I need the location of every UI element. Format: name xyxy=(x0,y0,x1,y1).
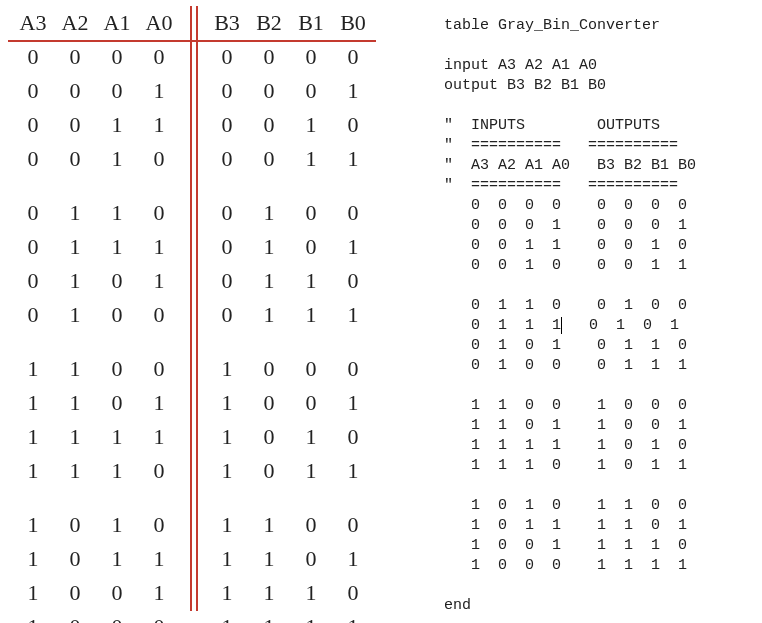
table-cell: 1 xyxy=(332,230,374,264)
header-rule xyxy=(8,40,376,42)
code-line xyxy=(444,276,754,296)
table-cell: 1 xyxy=(54,454,96,488)
table-cell: 0 xyxy=(54,542,96,576)
table-cell: 1 xyxy=(332,610,374,623)
code-line: 1 1 0 0 1 0 0 0 xyxy=(444,396,754,416)
code-line xyxy=(444,576,754,596)
table-cell: 0 xyxy=(248,40,290,74)
table-row: 00110010 xyxy=(8,108,388,142)
table-cell: 0 xyxy=(54,508,96,542)
table-cell: 0 xyxy=(206,230,248,264)
table-cell: 1 xyxy=(206,352,248,386)
page: A3 A2 A1 A0 B3 B2 B1 B0 0000000000010001… xyxy=(0,0,762,623)
table-cell: 0 xyxy=(206,196,248,230)
table-cell: 1 xyxy=(206,386,248,420)
table-cell: 0 xyxy=(248,454,290,488)
table-cell: 1 xyxy=(138,386,180,420)
table-cell: 1 xyxy=(54,420,96,454)
code-line: 1 0 0 1 1 1 1 0 xyxy=(444,536,754,556)
table-cell: 0 xyxy=(206,40,248,74)
table-row: 00100011 xyxy=(8,142,388,176)
code-line xyxy=(444,376,754,396)
table-cell: 0 xyxy=(248,420,290,454)
code-line xyxy=(444,476,754,496)
code-line xyxy=(444,36,754,56)
table-cell: 0 xyxy=(96,352,138,386)
table-cell: 1 xyxy=(290,142,332,176)
table-cell: 0 xyxy=(138,142,180,176)
code-line: 1 1 1 1 1 0 1 0 xyxy=(444,436,754,456)
table-cell: 0 xyxy=(290,196,332,230)
table-cell: 1 xyxy=(54,230,96,264)
code-line: 1 0 1 0 1 1 0 0 xyxy=(444,496,754,516)
col-header-a0: A0 xyxy=(138,6,180,40)
table-cell: 0 xyxy=(332,196,374,230)
table-cell: 1 xyxy=(290,610,332,623)
table-cell: 0 xyxy=(138,508,180,542)
table-cell: 0 xyxy=(54,142,96,176)
table-cell: 1 xyxy=(96,142,138,176)
truth-table-body: 0000000000010001001100100010001101100100… xyxy=(8,40,388,623)
table-cell: 0 xyxy=(54,610,96,623)
table-row: 01100100 xyxy=(8,196,388,230)
table-cell: 1 xyxy=(96,508,138,542)
table-cell: 1 xyxy=(138,576,180,610)
table-cell: 1 xyxy=(248,542,290,576)
table-cell: 0 xyxy=(332,508,374,542)
table-cell: 1 xyxy=(96,420,138,454)
group-gap xyxy=(8,332,388,352)
code-line: 0 0 1 0 0 0 1 1 xyxy=(444,256,754,276)
table-cell: 0 xyxy=(54,108,96,142)
table-cell: 1 xyxy=(290,108,332,142)
group-gap xyxy=(8,176,388,196)
col-header-b1: B1 xyxy=(290,6,332,40)
col-header-a3: A3 xyxy=(12,6,54,40)
code-line: 0 1 0 1 0 1 1 0 xyxy=(444,336,754,356)
vertical-rule-2 xyxy=(196,6,198,611)
table-cell: 1 xyxy=(248,298,290,332)
table-cell: 0 xyxy=(332,264,374,298)
table-cell: 1 xyxy=(248,230,290,264)
table-cell: 0 xyxy=(138,610,180,623)
table-cell: 0 xyxy=(138,40,180,74)
table-cell: 1 xyxy=(12,454,54,488)
table-cell: 1 xyxy=(54,386,96,420)
code-line: 0 0 1 1 0 0 1 0 xyxy=(444,236,754,256)
table-row: 11001000 xyxy=(8,352,388,386)
table-cell: 0 xyxy=(96,40,138,74)
table-cell: 1 xyxy=(290,264,332,298)
code-line: 1 0 0 0 1 1 1 1 xyxy=(444,556,754,576)
truth-table: A3 A2 A1 A0 B3 B2 B1 B0 0000000000010001… xyxy=(8,6,388,617)
group-gap xyxy=(8,488,388,508)
col-header-a2: A2 xyxy=(54,6,96,40)
col-header-a1: A1 xyxy=(96,6,138,40)
table-cell: 1 xyxy=(12,420,54,454)
table-cell: 0 xyxy=(12,298,54,332)
table-cell: 0 xyxy=(138,196,180,230)
table-row: 11111010 xyxy=(8,420,388,454)
table-cell: 1 xyxy=(138,74,180,108)
code-line: " INPUTS OUTPUTS xyxy=(444,116,754,136)
table-cell: 0 xyxy=(12,142,54,176)
table-cell: 1 xyxy=(206,454,248,488)
table-cell: 0 xyxy=(290,542,332,576)
code-line: 1 1 0 1 1 0 0 1 xyxy=(444,416,754,436)
table-cell: 1 xyxy=(332,454,374,488)
table-cell: 0 xyxy=(248,74,290,108)
table-row: 01110101 xyxy=(8,230,388,264)
table-cell: 1 xyxy=(138,542,180,576)
table-cell: 1 xyxy=(290,298,332,332)
table-cell: 1 xyxy=(206,610,248,623)
code-line: " ========== ========== xyxy=(444,136,754,156)
table-cell: 1 xyxy=(206,420,248,454)
code-line: 0 1 0 0 0 1 1 1 xyxy=(444,356,754,376)
code-line: table Gray_Bin_Converter xyxy=(444,16,754,36)
text-cursor xyxy=(561,317,562,334)
table-cell: 1 xyxy=(12,542,54,576)
table-cell: 0 xyxy=(96,386,138,420)
table-cell: 0 xyxy=(96,74,138,108)
table-cell: 1 xyxy=(138,230,180,264)
table-cell: 0 xyxy=(138,454,180,488)
table-cell: 0 xyxy=(138,298,180,332)
table-cell: 1 xyxy=(54,196,96,230)
